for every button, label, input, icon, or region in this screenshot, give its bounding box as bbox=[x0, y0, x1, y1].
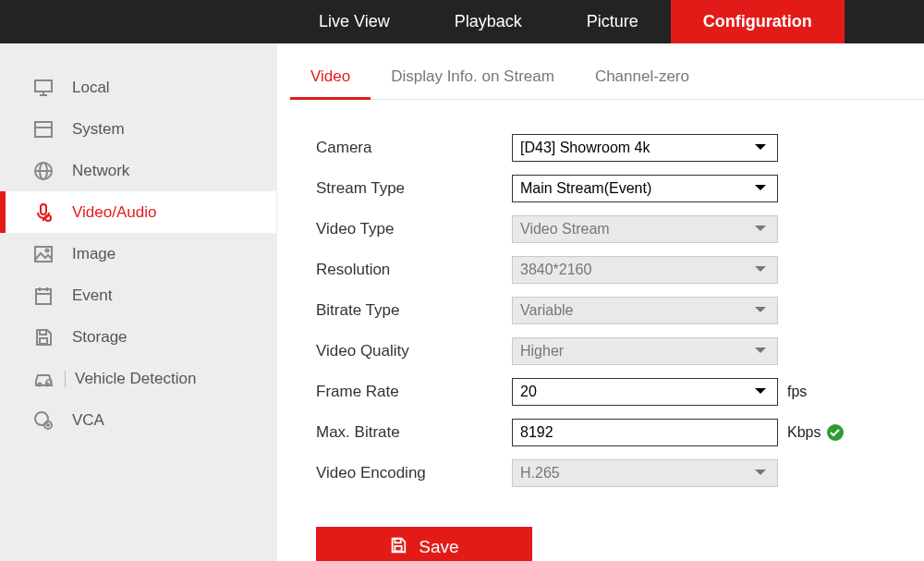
topnav-live-view[interactable]: Live View bbox=[286, 0, 422, 43]
chevron-down-icon bbox=[753, 180, 770, 197]
input-max-bitrate-wrap bbox=[512, 419, 778, 446]
mic-icon bbox=[31, 201, 55, 225]
select-camera[interactable]: [D43] Showroom 4k bbox=[512, 134, 778, 162]
svg-point-23 bbox=[35, 412, 48, 425]
row-stream-type: Stream Type Main Stream(Event) bbox=[316, 168, 924, 209]
sidebar-divider bbox=[65, 371, 66, 387]
window-icon bbox=[31, 117, 55, 141]
row-video-quality: Video Quality Higher bbox=[316, 331, 924, 372]
select-value: H.265 bbox=[520, 465, 753, 482]
sidebar-item-label: Network bbox=[72, 162, 129, 180]
car-icon bbox=[31, 367, 55, 391]
save-button[interactable]: Save bbox=[316, 527, 532, 561]
select-value: Variable bbox=[520, 302, 753, 319]
select-value: Video Stream bbox=[520, 221, 753, 238]
svg-rect-27 bbox=[395, 545, 402, 550]
calendar-icon bbox=[31, 284, 55, 308]
sidebar-item-storage[interactable]: Storage bbox=[0, 316, 276, 358]
valid-check-icon bbox=[826, 423, 845, 442]
sidebar-item-video-audio[interactable]: Video/Audio bbox=[0, 191, 276, 233]
svg-rect-8 bbox=[41, 204, 46, 214]
save-icon bbox=[389, 536, 407, 559]
tab-channel-zero[interactable]: Channel-zero bbox=[575, 60, 710, 99]
video-form: Camera [D43] Showroom 4k Stream Type Mai… bbox=[290, 100, 924, 561]
svg-rect-17 bbox=[40, 338, 47, 344]
topnav-configuration[interactable]: Configuration bbox=[671, 0, 845, 43]
label-bitrate-type: Bitrate Type bbox=[316, 301, 512, 320]
chevron-down-icon bbox=[753, 262, 770, 278]
svg-point-10 bbox=[45, 215, 51, 221]
select-video-type[interactable]: Video Stream bbox=[512, 215, 778, 243]
select-video-encoding[interactable]: H.265 bbox=[512, 459, 778, 487]
svg-rect-18 bbox=[40, 330, 46, 335]
label-video-encoding: Video Encoding bbox=[316, 464, 512, 482]
topnav-playback[interactable]: Playback bbox=[422, 0, 554, 43]
row-camera: Camera [D43] Showroom 4k bbox=[316, 128, 924, 168]
select-value: 3840*2160 bbox=[520, 262, 753, 278]
svg-point-12 bbox=[46, 249, 49, 251]
chevron-down-icon bbox=[753, 384, 770, 400]
monitor-icon bbox=[31, 76, 55, 100]
content: Video Display Info. on Stream Channel-ze… bbox=[277, 43, 924, 561]
image-icon bbox=[31, 242, 55, 266]
sidebar-item-label: Event bbox=[72, 287, 112, 305]
label-resolution: Resolution bbox=[316, 261, 512, 279]
sidebar-item-label: Image bbox=[72, 245, 116, 263]
row-frame-rate: Frame Rate 20 fps bbox=[316, 372, 924, 412]
select-bitrate-type[interactable]: Variable bbox=[512, 297, 778, 324]
row-bitrate-type: Bitrate Type Variable bbox=[316, 290, 924, 331]
sidebar-item-vca[interactable]: VCA bbox=[0, 399, 276, 441]
unit-kbps: Kbps bbox=[787, 424, 821, 441]
sidebar-item-label: Storage bbox=[72, 328, 128, 347]
select-frame-rate[interactable]: 20 bbox=[512, 378, 778, 406]
label-max-bitrate: Max. Bitrate bbox=[316, 423, 512, 442]
label-video-type: Video Type bbox=[316, 220, 512, 238]
select-video-quality[interactable]: Higher bbox=[512, 337, 778, 365]
sidebar-item-system[interactable]: System bbox=[0, 108, 276, 150]
sidebar-item-label: Video/Audio bbox=[72, 203, 156, 222]
select-value: [D43] Showroom 4k bbox=[520, 140, 753, 156]
tabs: Video Display Info. on Stream Channel-ze… bbox=[290, 60, 924, 100]
label-video-quality: Video Quality bbox=[316, 342, 512, 360]
input-max-bitrate[interactable] bbox=[520, 424, 770, 441]
unit-fps: fps bbox=[787, 384, 807, 400]
main: Local System Network Video/Audio Image bbox=[0, 43, 924, 561]
sidebar: Local System Network Video/Audio Image bbox=[0, 43, 277, 561]
chevron-down-icon bbox=[753, 343, 770, 360]
sidebar-item-image[interactable]: Image bbox=[0, 233, 276, 274]
sidebar-item-vehicle-detection[interactable]: Vehicle Detection bbox=[0, 358, 276, 399]
svg-rect-3 bbox=[35, 122, 52, 137]
chevron-down-icon bbox=[753, 221, 770, 238]
svg-rect-0 bbox=[35, 80, 52, 91]
svg-rect-28 bbox=[395, 538, 401, 543]
disk-icon bbox=[31, 325, 55, 349]
sidebar-item-label: System bbox=[72, 120, 125, 139]
chevron-down-icon bbox=[753, 140, 770, 156]
select-value: Main Stream(Event) bbox=[520, 180, 753, 197]
sidebar-item-local[interactable]: Local bbox=[0, 67, 276, 108]
sidebar-item-network[interactable]: Network bbox=[0, 150, 276, 191]
save-button-label: Save bbox=[419, 537, 458, 557]
topnav-spacer bbox=[0, 0, 286, 43]
top-nav: Live View Playback Picture Configuration bbox=[0, 0, 924, 43]
tab-display-info[interactable]: Display Info. on Stream bbox=[371, 60, 575, 99]
topnav-picture[interactable]: Picture bbox=[554, 0, 671, 43]
svg-point-25 bbox=[47, 424, 49, 426]
select-resolution[interactable]: 3840*2160 bbox=[512, 256, 778, 284]
vca-icon bbox=[31, 409, 55, 433]
svg-rect-11 bbox=[35, 247, 52, 262]
row-video-encoding: Video Encoding H.265 bbox=[316, 453, 924, 494]
svg-rect-13 bbox=[36, 289, 51, 304]
globe-icon bbox=[31, 159, 55, 183]
select-value: 20 bbox=[520, 384, 753, 400]
sidebar-item-event[interactable]: Event bbox=[0, 274, 276, 316]
label-stream-type: Stream Type bbox=[316, 179, 512, 198]
chevron-down-icon bbox=[753, 302, 770, 319]
select-stream-type[interactable]: Main Stream(Event) bbox=[512, 175, 778, 202]
row-resolution: Resolution 3840*2160 bbox=[316, 250, 924, 290]
tab-video[interactable]: Video bbox=[290, 60, 371, 100]
chevron-down-icon bbox=[753, 465, 770, 482]
label-frame-rate: Frame Rate bbox=[316, 383, 512, 401]
sidebar-item-label: VCA bbox=[72, 411, 104, 430]
label-camera: Camera bbox=[316, 139, 512, 157]
